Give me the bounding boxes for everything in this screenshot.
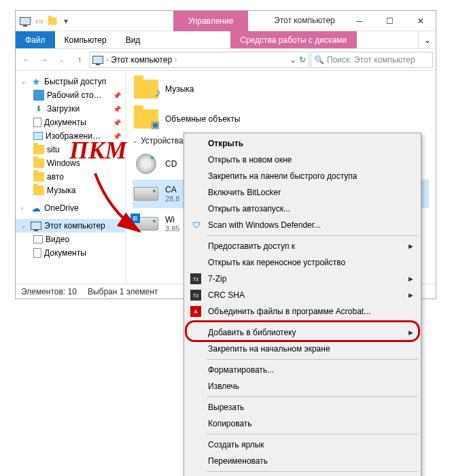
videos-icon [33, 235, 43, 243]
cm-format[interactable]: Форматировать... [186, 362, 419, 378]
ribbon-tab-drivetools[interactable]: Средства работы с дисками [230, 31, 357, 48]
contextual-tab-header: Управление [173, 11, 248, 31]
folder-music[interactable]: ♪ Музыка [133, 75, 429, 103]
ribbon-expand-button[interactable]: ⌄ [418, 31, 436, 48]
close-button[interactable]: ✕ [405, 11, 436, 31]
qat-newfolder-icon[interactable] [47, 16, 58, 27]
cm-7zip[interactable]: 7z7-Zip▶ [186, 271, 419, 287]
ribbon-tab-view[interactable]: Вид [116, 31, 150, 48]
qat-properties-icon[interactable]: ▭ [33, 16, 44, 27]
caret-down-icon: ⌄ [21, 78, 28, 85]
cm-give-access[interactable]: Предоставить доступ к▶ [186, 238, 419, 254]
cloud-icon: ☁ [31, 203, 41, 214]
star-icon: ★ [31, 76, 41, 87]
refresh-icon[interactable]: ↻ [299, 55, 306, 65]
folder-icon [33, 158, 44, 169]
sidebar-item-videos[interactable]: Видео [16, 233, 125, 246]
7zip-icon: 7z [190, 290, 201, 301]
ribbon-tab-file[interactable]: Файл [16, 31, 55, 48]
sidebar-item-situ[interactable]: situ [16, 143, 125, 156]
maximize-button[interactable]: ☐ [375, 11, 405, 31]
ribbon-tabs: Файл Компьютер Вид Средства работы с дис… [16, 31, 436, 49]
sidebar-this-pc[interactable]: ⌄Этот компьютер [16, 219, 125, 233]
address-bar[interactable]: › Этот компьютер › ⌄ ↻ [89, 52, 309, 68]
cm-defender-scan[interactable]: 🛡Scan with Windows Defender... [186, 217, 419, 233]
desktop-icon [33, 90, 44, 101]
search-input[interactable]: 🔍 Поиск: Этот компьютер [311, 52, 433, 68]
cm-pin-quick-access[interactable]: Закрепить на панели быстрого доступа [186, 168, 419, 184]
sidebar-quick-access[interactable]: ⌄ ★ Быстрый доступ [16, 75, 125, 88]
status-item-count: Элементов: 10 [21, 287, 77, 296]
breadcrumb-root[interactable]: Этот компьютер [111, 55, 172, 65]
separator [207, 359, 418, 360]
cm-add-library[interactable]: Добавить в библиотеку▶ [186, 324, 419, 341]
cm-bitlocker[interactable]: Включить BitLocker [186, 184, 419, 201]
nav-recent-button[interactable]: ⌄ [54, 52, 70, 68]
sidebar-item-documents[interactable]: Документы📌 [16, 116, 125, 129]
sidebar-onedrive[interactable]: ›☁OneDrive [16, 201, 125, 215]
sidebar-item-avto[interactable]: авто [16, 170, 125, 184]
submenu-arrow-icon: ▶ [408, 292, 413, 299]
cm-open-portable[interactable]: Открыть как переносное устройство [186, 254, 419, 271]
documents-icon [33, 118, 41, 127]
nav-up-button[interactable]: ↑ [71, 52, 88, 68]
cm-open[interactable]: Открыть [186, 135, 419, 152]
cm-open-new-window[interactable]: Открыть в новом окне [186, 152, 419, 168]
submenu-arrow-icon: ▶ [408, 275, 413, 282]
separator [207, 434, 418, 435]
cm-eject[interactable]: Извлечь [186, 378, 419, 394]
pin-icon: 📌 [113, 92, 121, 99]
cm-cut[interactable]: Вырезать [186, 399, 419, 415]
chevron-right-icon: › [175, 56, 177, 63]
drive-icon: ⊞ [134, 217, 158, 231]
cm-acrobat-combine[interactable]: AОбъединить файлы в программе Acrobat... [186, 303, 419, 320]
system-menu-icon[interactable] [20, 16, 31, 27]
search-placeholder: Поиск: Этот компьютер [327, 55, 415, 65]
sidebar-item-music[interactable]: Музыка [16, 184, 125, 197]
item-label: Музыка [165, 84, 194, 94]
sidebar-item-desktop[interactable]: Рабочий сто…📌 [16, 88, 125, 102]
submenu-arrow-icon: ▶ [408, 243, 413, 250]
sidebar-item-windows[interactable]: Windows [16, 156, 125, 170]
caret-right-icon: › [21, 205, 28, 211]
sidebar-item-label: Быстрый доступ [44, 77, 106, 86]
folder-icon: ♪ [134, 80, 158, 99]
ribbon-tab-computer[interactable]: Компьютер [55, 31, 116, 48]
sidebar-item-downloads[interactable]: ⬇Загрузки📌 [16, 102, 125, 116]
sidebar-item-documents2[interactable]: Документы [16, 246, 125, 260]
cm-copy[interactable]: Копировать [186, 415, 419, 432]
nav-back-button[interactable]: ← [18, 52, 35, 68]
folder-3dobjects[interactable]: ▣ Объемные объекты [133, 105, 429, 133]
chevron-right-icon: › [106, 56, 108, 63]
context-menu: Открыть Открыть в новом окне Закрепить н… [184, 133, 421, 476]
navigation-pane: ⌄ ★ Быстрый доступ Рабочий сто…📌 ⬇Загруз… [16, 71, 126, 284]
minimize-button[interactable]: ─ [344, 11, 375, 31]
sidebar-item-pictures[interactable]: Изображени…📌 [16, 129, 125, 143]
cm-rename[interactable]: Переименовать [186, 453, 419, 469]
search-icon: 🔍 [314, 55, 324, 65]
separator [207, 235, 418, 236]
folder-icon [33, 185, 44, 196]
pc-icon [31, 220, 41, 231]
item-meta: 28,8 [165, 194, 179, 203]
item-label: Wi [165, 215, 179, 224]
item-label: Объемные объекты [165, 114, 240, 124]
navigation-bar: ← → ⌄ ↑ › Этот компьютер › ⌄ ↻ 🔍 Поиск: … [16, 49, 436, 71]
pdf-icon: A [190, 306, 201, 317]
pin-icon: 📌 [113, 119, 121, 126]
cm-autoplay[interactable]: Открыть автозапуск... [186, 201, 419, 217]
drive-icon [134, 187, 158, 201]
cm-crc-sha[interactable]: 7zCRC SHA▶ [186, 287, 419, 303]
submenu-arrow-icon: ▶ [408, 329, 413, 336]
window-title: Этот компьютер [274, 16, 335, 25]
separator [207, 322, 418, 322]
qat-customize-icon[interactable]: ▾ [60, 16, 71, 27]
address-pc-icon [92, 56, 103, 64]
cm-create-shortcut[interactable]: Создать ярлык [186, 437, 419, 453]
item-meta: 3,85 [165, 224, 179, 233]
pin-icon: 📌 [113, 133, 121, 140]
cm-pin-start[interactable]: Закрепить на начальном экране [186, 341, 419, 357]
titlebar: ▭ ▾ Управление Этот компьютер ─ ☐ ✕ [16, 11, 436, 31]
address-dropdown-icon[interactable]: ⌄ [290, 55, 296, 65]
nav-forward-button[interactable]: → [36, 52, 52, 68]
